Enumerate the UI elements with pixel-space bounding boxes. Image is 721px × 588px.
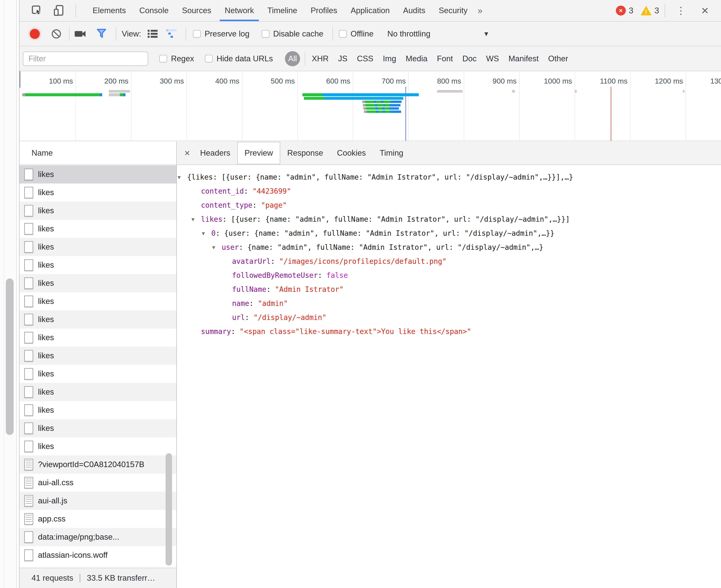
tab-sources[interactable]: Sources xyxy=(175,0,218,21)
offline-checkbox[interactable] xyxy=(339,30,347,38)
preserve-log-label: Preserve log xyxy=(205,29,250,38)
tree-row[interactable]: ▼user: {name: "admin", fullName: "Admin … xyxy=(177,240,721,254)
type-filter-js[interactable]: JS xyxy=(338,54,347,63)
filter-funnel-icon[interactable] xyxy=(96,28,107,40)
list-item[interactable]: likes xyxy=(19,256,176,274)
regex-checkbox[interactable] xyxy=(159,55,167,63)
list-item[interactable]: likes xyxy=(19,365,176,383)
name-column-header[interactable]: Name xyxy=(19,142,176,165)
request-name: data:image/png;base... xyxy=(38,532,176,542)
record-button[interactable] xyxy=(30,29,40,39)
list-item[interactable]: app.css xyxy=(19,510,176,528)
expand-triangle-icon[interactable]: ▼ xyxy=(178,170,187,184)
list-item[interactable]: ?viewportId=C0A812040157B xyxy=(19,456,176,474)
type-filter-css[interactable]: CSS xyxy=(357,54,373,63)
json-token-key: fullName xyxy=(232,285,267,294)
type-filter-ws[interactable]: WS xyxy=(486,54,499,63)
list-item[interactable]: likes xyxy=(19,165,176,184)
type-filter-all[interactable]: All xyxy=(285,51,300,66)
type-filter-doc[interactable]: Doc xyxy=(462,54,476,63)
menu-kebab-icon[interactable]: ⋮ xyxy=(671,5,691,16)
clear-button[interactable] xyxy=(51,28,62,39)
error-badge-icon[interactable]: × xyxy=(616,6,626,16)
tree-row[interactable]: content_id: "4423699" xyxy=(177,184,721,198)
list-item[interactable]: likes xyxy=(19,310,176,329)
list-item[interactable]: likes xyxy=(19,383,176,401)
tree-row[interactable]: name: "admin" xyxy=(177,296,721,310)
list-item[interactable]: likes xyxy=(19,401,176,419)
tree-row[interactable]: followedByRemoteUser: false xyxy=(177,268,721,282)
list-item[interactable]: likes xyxy=(19,437,176,456)
tab-timeline[interactable]: Timeline xyxy=(260,0,304,21)
request-name: likes xyxy=(38,442,176,451)
screenshot-camera-icon[interactable] xyxy=(75,28,86,39)
list-item[interactable]: likes xyxy=(19,202,176,220)
disable-cache-checkbox[interactable] xyxy=(262,30,270,38)
list-view-icon[interactable] xyxy=(147,29,159,39)
expand-triangle-icon[interactable]: ▼ xyxy=(191,212,201,227)
tab-response[interactable]: Response xyxy=(280,142,330,164)
list-item[interactable]: likes xyxy=(19,329,176,347)
warning-badge-icon[interactable]: ! xyxy=(641,6,652,15)
type-filter-manifest[interactable]: Manifest xyxy=(508,54,538,63)
tree-row[interactable]: ▼likes: [{user: {name: "admin", fullName… xyxy=(177,212,721,226)
tab-profiles[interactable]: Profiles xyxy=(304,0,344,21)
json-token-str: "admin" xyxy=(258,299,288,308)
list-item[interactable]: likes xyxy=(19,238,176,256)
list-item[interactable]: likes xyxy=(19,274,176,292)
hide-data-urls-checkbox[interactable] xyxy=(205,55,213,63)
list-scrollbar-thumb[interactable] xyxy=(166,453,172,566)
expand-triangle-icon[interactable]: ▼ xyxy=(212,240,222,254)
list-item[interactable]: likes xyxy=(19,347,176,365)
tree-row[interactable]: ▼{likes: [{user: {name: "admin", fullNam… xyxy=(177,170,721,184)
tab-application[interactable]: Application xyxy=(344,0,396,21)
tree-row[interactable]: ▼0: {user: {name: "admin", fullName: "Ad… xyxy=(177,226,721,240)
tree-row[interactable]: summary: "<span class="like-summary-text… xyxy=(177,324,721,338)
device-toolbar-icon[interactable] xyxy=(52,4,66,17)
tab-preview[interactable]: Preview xyxy=(237,142,280,164)
tree-row[interactable]: avatarUrl: "/images/icons/profilepics/de… xyxy=(177,254,721,268)
list-item[interactable]: likes xyxy=(19,419,176,437)
close-detail-icon[interactable]: × xyxy=(181,148,193,159)
preserve-log-checkbox[interactable] xyxy=(193,30,201,38)
close-devtools-icon[interactable]: ✕ xyxy=(697,5,713,16)
error-count[interactable]: 3 xyxy=(629,6,633,15)
throttling-dropdown-arrow-icon[interactable]: ▼ xyxy=(483,30,490,38)
timeline-overview[interactable]: 100 ms200 ms300 ms400 ms500 ms600 ms700 … xyxy=(19,71,721,141)
tab-audits[interactable]: Audits xyxy=(396,0,432,21)
type-filter-img[interactable]: Img xyxy=(383,54,396,63)
waterfall-bar xyxy=(383,110,385,113)
document-icon xyxy=(24,332,33,343)
tree-row[interactable]: fullName: "Admin Istrator" xyxy=(177,282,721,296)
waterfall-bar xyxy=(390,110,401,113)
tab-elements[interactable]: Elements xyxy=(86,0,132,21)
request-name: likes xyxy=(38,243,176,251)
list-item[interactable]: aui-all.js xyxy=(19,492,176,510)
tab-headers[interactable]: Headers xyxy=(193,142,237,164)
type-filter-font[interactable]: Font xyxy=(437,54,453,63)
tree-row[interactable]: content_type: "page" xyxy=(177,198,721,212)
tree-row[interactable]: url: "/display/~admin" xyxy=(177,310,721,324)
inspect-element-icon[interactable] xyxy=(30,4,44,17)
tab-console[interactable]: Console xyxy=(132,0,175,21)
list-item[interactable]: likes xyxy=(19,220,176,238)
page-scrollbar-thumb[interactable] xyxy=(6,278,14,435)
list-item[interactable]: likes xyxy=(19,184,176,202)
more-tabs-chevron-icon[interactable]: » xyxy=(474,6,486,16)
list-item[interactable]: likes xyxy=(19,292,176,310)
tab-network[interactable]: Network xyxy=(218,0,261,21)
waterfall-view-icon[interactable] xyxy=(166,29,178,39)
filter-input[interactable] xyxy=(23,51,148,66)
type-filter-other[interactable]: Other xyxy=(548,54,568,63)
expand-triangle-icon[interactable]: ▼ xyxy=(202,227,211,240)
type-filter-xhr[interactable]: XHR xyxy=(312,54,328,63)
throttling-select[interactable]: No throttling xyxy=(387,29,430,38)
tab-timing[interactable]: Timing xyxy=(373,142,410,164)
list-item[interactable]: atlassian-icons.woff xyxy=(19,546,176,564)
tab-security[interactable]: Security xyxy=(432,0,474,21)
list-item[interactable]: data:image/png;base... xyxy=(19,528,176,546)
type-filter-media[interactable]: Media xyxy=(406,54,427,63)
tab-cookies[interactable]: Cookies xyxy=(330,142,373,164)
list-item[interactable]: aui-all.css xyxy=(19,474,176,492)
warning-count[interactable]: 3 xyxy=(655,6,659,15)
